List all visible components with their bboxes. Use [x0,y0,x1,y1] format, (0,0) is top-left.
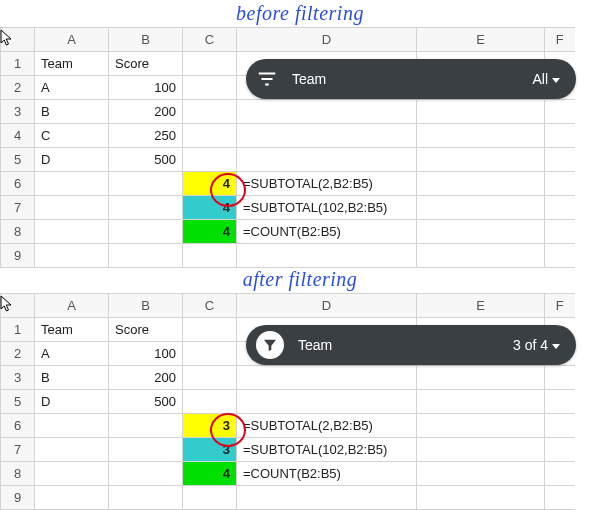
cell[interactable] [183,486,237,510]
cell-count-result[interactable]: 4 [183,462,237,486]
cell[interactable] [545,244,575,268]
table-row[interactable]: 6 3 =SUBTOTAL(2,B2:B5) [1,414,575,438]
cell[interactable] [545,390,575,414]
cell[interactable] [109,462,183,486]
select-all-corner[interactable] [1,28,35,52]
col-header-d[interactable]: D [237,294,417,318]
cell[interactable] [545,100,575,124]
cell-count-result[interactable]: 4 [183,220,237,244]
cell[interactable] [417,244,545,268]
cell[interactable] [545,414,575,438]
cell[interactable]: 500 [109,148,183,172]
table-row[interactable]: 8 4 =COUNT(B2:B5) [1,220,575,244]
row-header[interactable]: 9 [1,244,35,268]
cell[interactable] [183,52,237,76]
table-row[interactable]: 8 4 =COUNT(B2:B5) [1,462,575,486]
cell[interactable] [545,366,575,390]
cell-formula[interactable]: =COUNT(B2:B5) [237,462,417,486]
cell[interactable] [109,220,183,244]
row-header[interactable]: 4 [1,124,35,148]
table-row[interactable]: 9 [1,486,575,510]
cell[interactable] [35,244,109,268]
cell[interactable]: Score [109,318,183,342]
cell[interactable] [417,486,545,510]
cell[interactable] [237,124,417,148]
cell[interactable] [109,244,183,268]
cell[interactable] [545,438,575,462]
cell[interactable]: 200 [109,366,183,390]
cell[interactable] [417,100,545,124]
filter-value[interactable]: All [532,71,560,87]
row-header[interactable]: 8 [1,220,35,244]
table-row[interactable]: 5 D 500 [1,390,575,414]
cell[interactable] [35,486,109,510]
cell[interactable]: B [35,100,109,124]
cell-subtotal-result[interactable]: 4 [183,196,237,220]
cell[interactable] [183,342,237,366]
col-header-f[interactable]: F [545,28,575,52]
cell[interactable] [35,438,109,462]
column-header-row[interactable]: A B C D E F [1,28,575,52]
cell[interactable]: A [35,342,109,366]
cell[interactable] [417,366,545,390]
cell[interactable] [183,366,237,390]
col-header-a[interactable]: A [35,28,109,52]
cell[interactable]: 100 [109,76,183,100]
row-header[interactable]: 6 [1,172,35,196]
cell[interactable] [237,244,417,268]
table-row[interactable]: 7 4 =SUBTOTAL(102,B2:B5) [1,196,575,220]
filter-chip[interactable]: Team All [246,59,576,99]
cell[interactable] [417,124,545,148]
row-header[interactable]: 3 [1,366,35,390]
cell[interactable]: 250 [109,124,183,148]
row-header[interactable]: 1 [1,52,35,76]
row-header[interactable]: 7 [1,438,35,462]
row-header[interactable]: 5 [1,390,35,414]
cell[interactable] [545,486,575,510]
cell[interactable] [237,366,417,390]
cell[interactable] [35,196,109,220]
cell[interactable]: D [35,148,109,172]
cell[interactable] [35,172,109,196]
cell-formula[interactable]: =SUBTOTAL(2,B2:B5) [237,172,417,196]
col-header-e[interactable]: E [417,294,545,318]
select-all-corner[interactable] [1,294,35,318]
col-header-f[interactable]: F [545,294,575,318]
col-header-c[interactable]: C [183,28,237,52]
table-row[interactable]: 3 B 200 [1,100,575,124]
row-header[interactable]: 1 [1,318,35,342]
cell[interactable] [109,414,183,438]
row-header[interactable]: 8 [1,462,35,486]
column-header-row[interactable]: A B C D E F [1,294,575,318]
col-header-d[interactable]: D [237,28,417,52]
cell[interactable] [545,462,575,486]
cell-subtotal-result[interactable]: 3 [183,414,237,438]
cell[interactable] [109,486,183,510]
cell-subtotal-result[interactable]: 3 [183,438,237,462]
cell[interactable] [109,438,183,462]
cell-formula[interactable]: =SUBTOTAL(2,B2:B5) [237,414,417,438]
cell[interactable] [183,318,237,342]
col-header-c[interactable]: C [183,294,237,318]
cell[interactable] [109,172,183,196]
cell-subtotal-result[interactable]: 4 [183,172,237,196]
cell[interactable] [183,76,237,100]
filter-chip[interactable]: Team 3 of 4 [246,325,576,365]
row-header[interactable]: 7 [1,196,35,220]
cell[interactable]: Score [109,52,183,76]
row-header[interactable]: 2 [1,76,35,100]
cell[interactable] [237,148,417,172]
cell[interactable]: Team [35,52,109,76]
cell[interactable]: 500 [109,390,183,414]
cell[interactable] [545,196,575,220]
cell[interactable]: A [35,76,109,100]
col-header-a[interactable]: A [35,294,109,318]
table-row[interactable]: 5 D 500 [1,148,575,172]
cell[interactable] [417,414,545,438]
cell[interactable] [545,172,575,196]
row-header[interactable]: 6 [1,414,35,438]
table-row[interactable]: 6 4 =SUBTOTAL(2,B2:B5) [1,172,575,196]
table-row[interactable]: 7 3 =SUBTOTAL(102,B2:B5) [1,438,575,462]
cell[interactable] [417,390,545,414]
cell[interactable] [417,172,545,196]
